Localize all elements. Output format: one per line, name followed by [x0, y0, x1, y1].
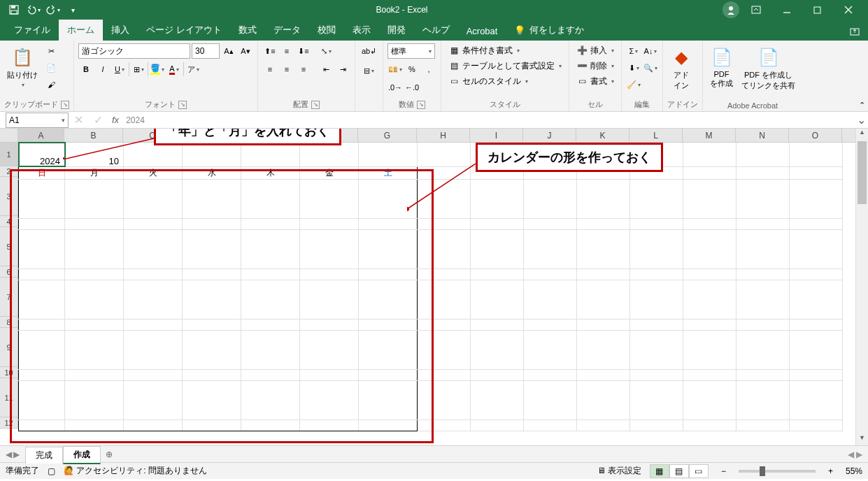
cell[interactable]: [241, 218, 300, 229]
cell[interactable]: [300, 218, 359, 229]
column-header[interactable]: N: [736, 129, 789, 142]
save-button[interactable]: [6, 1, 22, 18]
addin-button[interactable]: ◆ アド イン: [667, 43, 695, 94]
share-pdf-button[interactable]: 📄 PDF を作成し てリンクを共有: [739, 43, 798, 94]
border-button[interactable]: ⊞▾: [131, 62, 146, 77]
cell[interactable]: [183, 229, 241, 268]
cell[interactable]: [19, 319, 65, 330]
cell[interactable]: [65, 330, 124, 369]
cell[interactable]: [359, 419, 418, 431]
number-launcher[interactable]: ↘: [417, 101, 425, 109]
cell[interactable]: [790, 268, 843, 280]
cell[interactable]: [300, 280, 359, 319]
column-header[interactable]: G: [358, 129, 417, 142]
cell[interactable]: [790, 419, 843, 431]
cell[interactable]: [683, 179, 737, 218]
tab-file[interactable]: ファイル: [6, 20, 59, 41]
insert-cells-button[interactable]: ➕挿入▾: [574, 43, 617, 57]
cell[interactable]: [683, 218, 737, 229]
column-header[interactable]: I: [470, 129, 523, 142]
column-header[interactable]: K: [576, 129, 629, 142]
paste-button[interactable]: 📋 貼り付け ▾: [4, 43, 41, 91]
row-header[interactable]: 9: [0, 328, 18, 367]
row-header[interactable]: 7: [0, 278, 18, 317]
font-size-select[interactable]: [192, 43, 220, 59]
display-settings-button[interactable]: 🖥 表示設定: [597, 465, 641, 477]
cell[interactable]: [418, 229, 471, 268]
cell[interactable]: [683, 319, 737, 330]
cell[interactable]: [300, 330, 359, 369]
copy-button[interactable]: 📄: [43, 60, 59, 76]
column-header[interactable]: O: [789, 129, 842, 142]
conditional-format-button[interactable]: ▦条件付き書式▾: [446, 43, 522, 57]
cell[interactable]: [524, 218, 577, 229]
cell[interactable]: [359, 380, 418, 419]
user-avatar[interactable]: [723, 1, 739, 18]
cell[interactable]: [683, 330, 737, 369]
cell[interactable]: [65, 218, 124, 229]
cell[interactable]: [577, 268, 630, 280]
cell[interactable]: [737, 229, 790, 268]
cut-button[interactable]: ✂: [43, 43, 59, 59]
cell[interactable]: [124, 330, 183, 369]
cell[interactable]: [241, 229, 300, 268]
cell[interactable]: [418, 319, 471, 330]
column-header[interactable]: M: [683, 129, 736, 142]
cell[interactable]: [630, 179, 683, 218]
sort-filter-button[interactable]: A↓▾: [643, 43, 658, 59]
alignment-launcher[interactable]: ↘: [311, 101, 320, 109]
cell[interactable]: [790, 280, 843, 319]
cell[interactable]: [359, 319, 418, 330]
h-scroll-left[interactable]: ◀: [848, 450, 854, 459]
cell[interactable]: [577, 179, 630, 218]
close-button[interactable]: [834, 0, 862, 20]
cell[interactable]: [183, 218, 241, 229]
cell[interactable]: [65, 229, 124, 268]
cell[interactable]: [300, 143, 359, 166]
merge-center-button[interactable]: ⊟▾: [362, 63, 377, 78]
cell[interactable]: [790, 380, 843, 419]
cell[interactable]: [577, 218, 630, 229]
cell[interactable]: [19, 330, 65, 369]
cell[interactable]: [577, 419, 630, 431]
format-painter-button[interactable]: 🖌: [43, 77, 59, 92]
row-header[interactable]: 5: [0, 227, 18, 266]
tab-help[interactable]: ヘルプ: [414, 20, 458, 41]
cell[interactable]: [790, 143, 843, 166]
cell[interactable]: [737, 330, 790, 369]
cell[interactable]: [683, 369, 737, 380]
normal-view-button[interactable]: ▦: [650, 464, 669, 478]
cell[interactable]: [19, 419, 65, 431]
row-header[interactable]: 12: [0, 417, 18, 429]
cell[interactable]: [19, 218, 65, 229]
name-box[interactable]: A1▾: [6, 113, 69, 128]
cell[interactable]: [183, 268, 241, 280]
decrease-indent-button[interactable]: ⇤: [318, 62, 334, 77]
phonetic-button[interactable]: ア▾: [185, 62, 201, 77]
decrease-font-button[interactable]: A▾: [238, 43, 253, 59]
cell[interactable]: [183, 419, 241, 431]
cell[interactable]: [524, 268, 577, 280]
cell[interactable]: [683, 268, 737, 280]
cell[interactable]: [737, 419, 790, 431]
cell[interactable]: [577, 229, 630, 268]
tab-home[interactable]: ホーム: [59, 20, 103, 41]
cell[interactable]: [65, 319, 124, 330]
cell[interactable]: [524, 229, 577, 268]
underline-button[interactable]: U▾: [112, 62, 127, 77]
cell[interactable]: [737, 280, 790, 319]
cell[interactable]: [19, 179, 65, 218]
bold-button[interactable]: B: [78, 62, 94, 77]
vertical-scrollbar[interactable]: ▲ ▼: [855, 129, 868, 445]
row-header[interactable]: 3: [0, 177, 18, 216]
tab-data[interactable]: データ: [265, 20, 309, 41]
fill-button[interactable]: ⬇▾: [626, 60, 641, 76]
cell[interactable]: [630, 369, 683, 380]
cell[interactable]: [737, 268, 790, 280]
cancel-formula[interactable]: ✕: [69, 113, 88, 127]
zoom-in-button[interactable]: +: [824, 466, 837, 476]
expand-formula-bar[interactable]: ⌄: [854, 113, 868, 127]
cell[interactable]: [683, 380, 737, 419]
cell[interactable]: [418, 143, 471, 166]
row-header[interactable]: 4: [0, 216, 18, 227]
